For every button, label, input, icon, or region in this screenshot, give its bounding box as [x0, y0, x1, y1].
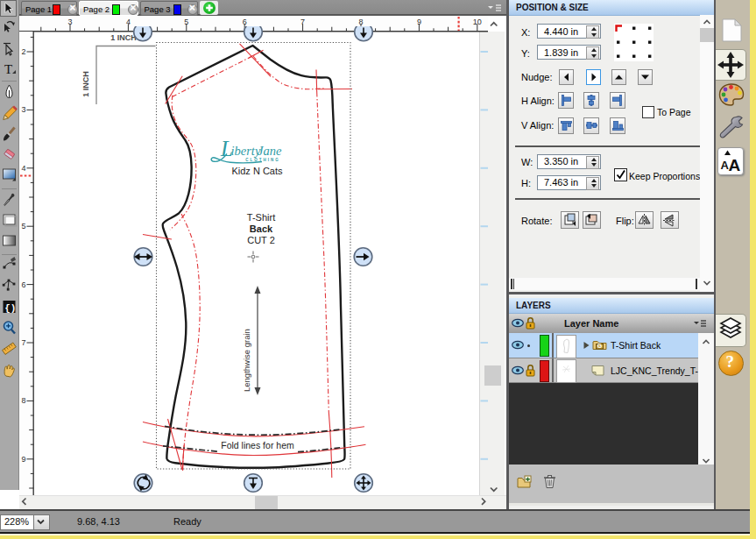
svg-text:iberty: iberty — [231, 144, 261, 158]
svg-text:3: 3 — [67, 18, 72, 26]
svg-text:1 INCH: 1 INCH — [110, 33, 137, 42]
svg-text:T-Shirt: T-Shirt — [247, 212, 275, 223]
svg-text:6: 6 — [21, 280, 25, 289]
svg-text:8: 8 — [358, 18, 363, 26]
svg-text:2: 2 — [21, 47, 25, 56]
svg-text:Jane: Jane — [258, 144, 282, 158]
svg-text:Fold lines for hem: Fold lines for hem — [221, 440, 294, 450]
svg-text:5: 5 — [21, 222, 25, 230]
svg-text:4: 4 — [21, 164, 25, 173]
svg-text:7: 7 — [21, 338, 25, 347]
svg-text:5: 5 — [184, 18, 188, 26]
svg-text:4: 4 — [126, 18, 131, 26]
svg-text:T: T — [4, 62, 12, 76]
svg-text:G: G — [597, 343, 602, 349]
svg-text:Kidz N Cats: Kidz N Cats — [231, 166, 283, 176]
svg-text:Back: Back — [250, 223, 273, 234]
svg-text:CUT 2: CUT 2 — [247, 235, 275, 245]
svg-text:9: 9 — [21, 455, 25, 464]
svg-text:1 INCH: 1 INCH — [81, 71, 90, 97]
svg-text:CLOTHING: CLOTHING — [245, 158, 280, 162]
svg-text:A: A — [729, 156, 741, 174]
svg-text:8: 8 — [21, 396, 25, 405]
svg-text:9: 9 — [417, 18, 421, 26]
svg-text:7: 7 — [300, 18, 305, 26]
svg-text:6: 6 — [243, 18, 247, 26]
svg-text:Lengthwise grain: Lengthwise grain — [242, 329, 251, 392]
svg-text:3: 3 — [21, 105, 25, 114]
svg-text:{): {) — [4, 303, 16, 314]
svg-text:10: 10 — [473, 18, 482, 26]
